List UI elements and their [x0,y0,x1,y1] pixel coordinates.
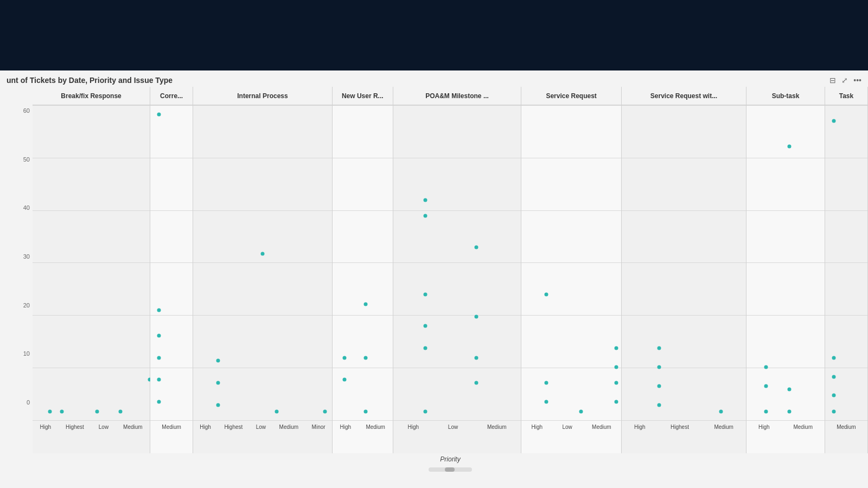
x-label-4-2: Medium [487,424,507,430]
dot-6-1 [657,365,661,369]
x-label-0-1: Highest [66,424,84,430]
col-section-5: HighLowMedium [521,105,621,453]
col-section-4: HighLowMedium [393,105,522,453]
dot-5-4 [614,346,618,350]
dot-6-3 [657,403,661,407]
col-section-7: HighMedium [746,105,825,453]
dot-2-0 [216,359,220,363]
col-header-1: Corre... [150,87,193,105]
x-labels-1: Medium [150,421,193,453]
dot-1-2 [157,333,161,337]
plot-area: Break/fix ResponseCorre...Internal Proce… [33,87,868,472]
dot-7-1 [764,384,768,388]
x-label-2-0: High [200,424,211,430]
col-header-0: Break/fix Response [33,87,150,105]
filter-icon[interactable]: ⊟ [829,76,836,85]
dot-3-0 [342,356,346,359]
col-section-8: Medium [825,105,868,453]
col-section-0: HighHighestLowMedium [33,105,150,453]
x-label-6-0: High [634,424,646,430]
col-section-6: HighHighestMedium [622,105,746,453]
col-header-8: Task [825,87,868,105]
col-section-1: Medium [150,105,193,453]
columns-header: Break/fix ResponseCorre...Internal Proce… [33,87,868,105]
x-labels-3: HighMedium [333,421,393,453]
y-label-0: 0 [27,399,30,406]
x-label-2-3: Medium [279,424,299,430]
dot-0-0 [48,409,52,413]
dot-4-6 [474,245,478,249]
y-label-40: 40 [23,204,30,211]
dot-4-0 [423,198,427,202]
dot-5-0 [545,293,548,297]
x-labels-4: HighLowMedium [393,421,521,453]
dots-area-6 [622,105,746,421]
x-label-7-1: Medium [793,424,813,430]
dot-1-0 [157,113,161,117]
y-label-60: 60 [23,107,30,114]
dots-area-5 [521,105,621,421]
x-label-5-2: Medium [592,424,611,430]
dots-area-0 [33,105,150,421]
y-axis: 60 50 40 30 20 10 0 [16,102,33,406]
x-labels-6: HighHighestMedium [622,421,746,453]
dot-8-0 [832,119,835,123]
dot-3-2 [363,302,367,306]
more-icon[interactable]: ••• [853,76,861,85]
chart-title: unt of Tickets by Date, Priority and Iss… [7,76,173,85]
dot-7-3 [788,144,792,148]
top-bar [0,0,868,70]
dot-6-2 [657,384,661,388]
dots-area-2 [193,105,332,421]
dot-4-7 [474,314,478,318]
scrollbar-area [33,467,868,472]
x-labels-2: HighHighestLowMediumMinor [193,421,332,453]
col-header-4: POA&M Milestone ... [393,87,522,105]
col-header-7: Sub-task [746,87,825,105]
x-label-0-2: Low [99,424,108,430]
x-label-7-0: High [758,424,770,430]
dot-2-5 [323,409,327,413]
x-label-5-0: High [532,424,543,430]
dot-4-4 [423,346,427,350]
dot-5-7 [614,400,618,404]
chart-header: unt of Tickets by Date, Priority and Iss… [0,70,868,87]
dots-area-1 [150,105,193,421]
x-label-2-2: Low [256,424,266,430]
dot-8-4 [832,409,835,413]
x-axis-label: Priority [33,453,868,465]
dot-2-1 [216,381,220,385]
dot-1-1 [157,309,161,312]
x-labels-8: Medium [825,421,867,453]
x-label-4-0: High [408,424,419,430]
expand-icon[interactable]: ⤢ [841,76,848,85]
dot-1-5 [157,400,161,404]
y-label-20: 20 [23,302,30,309]
dot-7-4 [788,387,792,391]
dot-4-2 [423,293,427,297]
dot-8-1 [832,356,835,359]
dot-5-1 [545,381,548,385]
dot-2-4 [275,409,278,413]
dots-area-3 [333,105,393,421]
dot-8-3 [832,394,835,397]
chart-container: unt of Tickets by Date, Priority and Iss… [0,70,868,488]
dot-7-5 [788,409,792,413]
dot-0-3 [119,409,123,413]
dot-1-4 [157,378,161,382]
dot-7-2 [764,409,768,413]
x-label-5-1: Low [562,424,572,430]
x-label-6-2: Medium [714,424,733,430]
col-header-3: New User R... [333,87,393,105]
dot-4-5 [423,409,427,413]
scrollbar-thumb[interactable] [445,467,455,472]
horizontal-scrollbar[interactable] [429,467,472,472]
dot-5-6 [614,381,618,385]
x-label-3-0: High [340,424,351,430]
dot-0-1 [60,409,64,413]
dot-4-3 [423,324,427,328]
dot-2-3 [260,252,264,255]
x-label-0-3: Medium [123,424,143,430]
dot-4-1 [423,214,427,217]
dot-6-4 [719,409,723,413]
